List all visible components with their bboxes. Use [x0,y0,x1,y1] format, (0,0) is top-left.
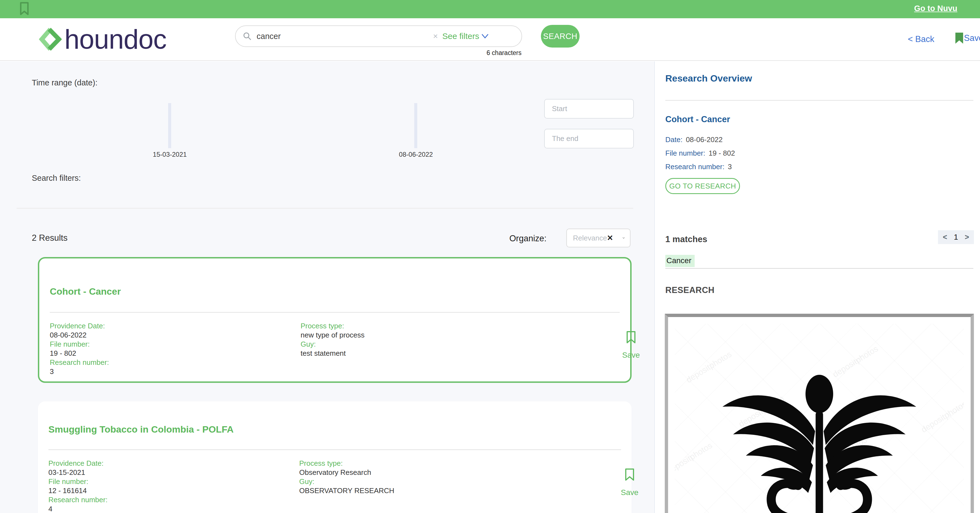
process-type-value: new type of process [301,330,364,340]
guy-label: Guy: [299,477,395,486]
providence-date-label: Providence Date: [48,459,108,468]
guy-value: OBSERVATORY RESEARCH [299,486,395,495]
panel-heading: Research Overview [665,73,752,84]
divider [665,268,974,268]
time-range-start-date: 15-03-2021 [145,151,195,158]
file-number-label: File number: [50,340,109,349]
save-label: Save [616,351,646,360]
clear-search-icon[interactable]: × [433,32,438,41]
providence-date-label: Providence Date: [50,321,109,330]
watermark-text: depositphotos [920,399,964,435]
overview-date-row: Date:08-06-2022 [665,135,722,144]
bookmark-outline-icon [625,468,635,481]
research-image-frame: depositphotos depositphotos depositphoto… [665,314,974,513]
search-box: × See filters [235,25,522,47]
go-to-research-button[interactable]: GO TO RESEARCH [665,178,740,194]
prev-page-button[interactable]: < [943,233,947,241]
time-range-slider-end[interactable] [414,103,417,148]
bookmark-outline-icon [626,331,636,343]
file-number-value: 12 - 161614 [48,486,108,495]
app-root: Go to Nuvu houndoc × See filters [0,0,980,513]
result-fields-right: Process type: new type of process Guy: t… [301,321,364,358]
research-number-label: Research number: [50,358,109,367]
divider [665,100,974,101]
results-count: 2 Results [32,233,67,243]
results-area: Time range (date): 15-03-2021 08-06-2022… [0,61,654,513]
process-type-label: Process type: [299,459,395,468]
matches-pagination: < 1 > [938,230,974,244]
overview-file-row: File number:19 - 802 [665,149,735,157]
research-number-label: Research number: [665,162,724,171]
research-overview-panel: Research Overview Cohort - Cancer Date:0… [654,61,980,513]
header-save-button[interactable]: Save [955,32,980,44]
research-section-heading: RESEARCH [665,285,714,295]
watermark-text: depositphotos [675,441,714,476]
caduceus-medical-symbol [713,351,926,513]
matches-count: 1 matches [665,234,707,245]
file-number-label: File number: [665,149,705,157]
research-image: depositphotos depositphotos depositphoto… [675,324,964,513]
header-save-label: Save [964,33,980,43]
divider [48,449,621,450]
file-number-label: File number: [48,477,108,486]
organize-clear-icon[interactable]: ✕ [607,233,613,242]
see-filters-label: See filters [442,32,479,41]
result-title[interactable]: Smuggling Tobacco in Colombia - POLFA [48,424,234,435]
match-term-highlight[interactable]: Cancer [665,255,695,267]
overview-title: Cohort - Cancer [665,114,730,124]
divider [17,208,633,209]
search-icon [243,32,251,41]
back-link[interactable]: < Back [908,34,934,44]
guy-label: Guy: [301,340,364,349]
see-filters-toggle[interactable]: See filters [442,32,489,41]
research-number-value: 4 [48,504,108,513]
organize-label: Organize: [509,233,546,243]
divider [50,312,620,313]
date-value: 08-06-2022 [686,135,722,144]
process-type-value: Observatory Research [299,468,395,477]
file-number-value: 19 - 802 [50,349,109,358]
providence-date-value: 03-15-2021 [48,468,108,477]
save-label: Save [614,488,645,497]
start-date-field[interactable] [544,99,634,119]
overview-research-row: Research number:3 [665,162,732,171]
chevron-down-icon [481,33,489,39]
result-card-smuggling-tobacco[interactable]: Smuggling Tobacco in Colombia - POLFA Pr… [38,401,632,513]
date-label: Date: [665,135,682,144]
logo-text: houndoc [64,25,167,53]
save-result-button[interactable]: Save [616,331,646,360]
end-date-field[interactable] [544,129,634,148]
time-range-label: Time range (date): [32,78,97,87]
header: houndoc × See filters 6 characters SEARC… [0,18,980,61]
time-range-slider-start[interactable] [168,103,171,148]
result-title[interactable]: Cohort - Cancer [50,286,121,297]
bookmark-filled-icon [955,32,964,44]
go-to-nuvu-link[interactable]: Go to Nuvu [914,4,957,13]
char-count: 6 characters [415,49,522,57]
result-fields-left: Providence Date: 03-15-2021 File number:… [48,459,108,513]
logo: houndoc [39,25,167,53]
result-card-cohort-cancer[interactable]: Cohort - Cancer Providence Date: 08-06-2… [38,257,632,383]
organize-placeholder: Relevance [573,234,607,242]
organize-dropdown[interactable]: Relevance ✕ [566,229,630,248]
process-type-label: Process type: [301,321,364,330]
result-fields-right: Process type: Observatory Research Guy: … [299,459,395,495]
time-range-end-date: 08-06-2022 [391,151,441,158]
research-number-value: 3 [728,162,732,171]
search-filters-label: Search filters: [32,173,81,183]
bookmark-outline-icon[interactable] [19,2,29,15]
save-result-button[interactable]: Save [614,468,645,497]
search-button[interactable]: SEARCH [541,25,580,48]
search-input[interactable] [256,32,433,41]
research-number-label: Research number: [48,495,108,504]
next-page-button[interactable]: > [965,233,969,241]
chevron-down-icon [622,235,625,240]
logo-diamond-icon [39,27,62,52]
providence-date-value: 08-06-2022 [50,330,109,340]
research-number-value: 3 [50,367,109,376]
file-number-value: 19 - 802 [709,149,735,157]
current-page: 1 [954,233,958,241]
top-bar: Go to Nuvu [0,0,980,18]
guy-value: test statement [301,349,364,358]
result-fields-left: Providence Date: 08-06-2022 File number:… [50,321,109,376]
